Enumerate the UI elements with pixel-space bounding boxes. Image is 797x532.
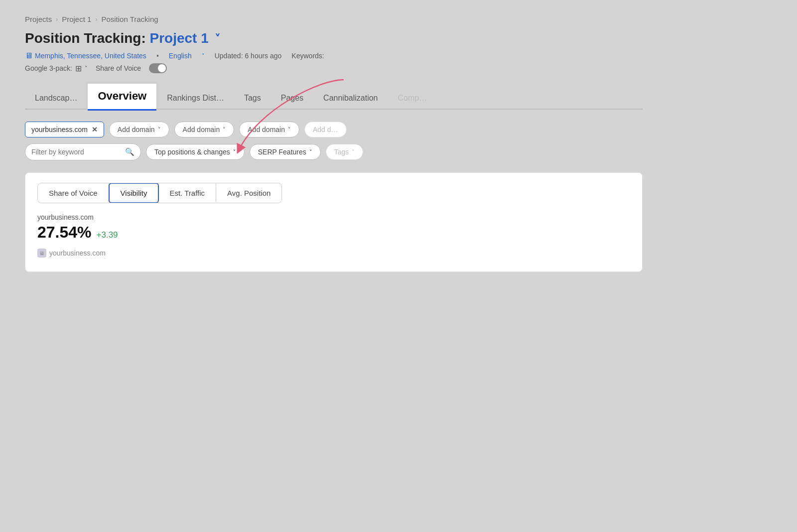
metric-tabs: Share of Voice Visibility Est. Traffic A… <box>37 183 282 203</box>
add-domain-button-3[interactable]: Add domain ˅ <box>239 122 299 137</box>
metric-tabs-row: Share of Voice Visibility Est. Traffic A… <box>37 183 630 203</box>
add-domain-label-4: Add d… <box>313 126 338 133</box>
location-link[interactable]: 🖥 Memphis, Tennessee, United States <box>25 51 146 60</box>
add-domain-arrow-2: ˅ <box>223 127 226 133</box>
page-title-static: Position Tracking: <box>25 30 146 46</box>
breadcrumb-position-tracking: Position Tracking <box>101 15 158 23</box>
serp-filter-dropdown[interactable]: SERP Features ˅ <box>250 144 321 160</box>
keywords-text: Keywords: <box>291 52 324 60</box>
add-domain-label-1: Add domain <box>118 126 155 133</box>
remove-domain-button[interactable]: ✕ <box>92 126 98 133</box>
location-text[interactable]: Memphis, Tennessee, United States <box>35 52 146 60</box>
tab-tags[interactable]: Tags <box>234 88 271 109</box>
google-pack-dropdown[interactable]: ˅ <box>85 65 88 72</box>
language-dropdown-icon[interactable]: ˅ <box>202 53 205 59</box>
domain-small-icon: 🖥 <box>37 249 46 258</box>
stat-percent: 27.54% <box>37 223 92 242</box>
data-card: Share of Voice Visibility Est. Traffic A… <box>25 172 643 272</box>
add-domain-button-2[interactable]: Add domain ˅ <box>174 122 235 137</box>
metric-tab-avg-position[interactable]: Avg. Position <box>216 184 281 202</box>
filter-row: 🔍 Top positions & changes ˅ SERP Feature… <box>25 143 643 160</box>
breadcrumb-chevron-2: › <box>95 16 97 23</box>
domain-row: yourbusiness.com ✕ Add domain ˅ Add doma… <box>25 122 643 137</box>
positions-filter-label: Top positions & changes <box>154 148 230 156</box>
primary-domain-tag: yourbusiness.com ✕ <box>25 122 104 137</box>
metric-tab-visibility[interactable]: Visibility <box>109 183 159 203</box>
add-domain-label-3: Add domain <box>248 126 285 133</box>
tab-comp[interactable]: Comp… <box>388 88 437 109</box>
stat-value-row: 27.54% +3.39 <box>37 223 630 242</box>
add-domain-button-4[interactable]: Add d… <box>304 122 347 137</box>
google-pack-section: Google 3-pack: ⊞ ˅ <box>25 64 88 73</box>
sov-label: Share of Voice <box>96 64 141 72</box>
breadcrumb: Projects › Project 1 › Position Tracking <box>25 15 643 23</box>
tab-overview[interactable]: Overview <box>87 83 157 110</box>
serp-filter-label: SERP Features <box>258 148 306 156</box>
positions-dropdown-arrow: ˅ <box>233 149 236 155</box>
tab-rankings-dist[interactable]: Rankings Dist… <box>157 88 234 109</box>
tab-cannibalization[interactable]: Cannibalization <box>313 88 388 109</box>
language-link[interactable]: English <box>169 52 192 60</box>
meta-row-2: Google 3-pack: ⊞ ˅ Share of Voice <box>25 63 643 73</box>
tab-pages[interactable]: Pages <box>271 88 313 109</box>
tags-filter-label: Tags <box>334 148 349 156</box>
tags-filter-dropdown[interactable]: Tags ˅ <box>326 144 364 160</box>
positions-filter-dropdown[interactable]: Top positions & changes ˅ <box>146 144 245 160</box>
meta-row-1: 🖥 Memphis, Tennessee, United States • En… <box>25 51 643 60</box>
google-pack-label: Google 3-pack: <box>25 64 72 72</box>
tab-landscape[interactable]: Landscap… <box>25 88 87 109</box>
breadcrumb-projects[interactable]: Projects <box>25 15 52 23</box>
project-name-link[interactable]: Project 1 <box>149 30 208 46</box>
primary-domain-text: yourbusiness.com <box>31 126 88 133</box>
updated-text: Updated: 6 hours ago <box>215 52 282 60</box>
domain-bottom-label: yourbusiness.com <box>49 249 106 257</box>
stat-change: +3.39 <box>97 230 118 240</box>
metric-tab-traffic[interactable]: Est. Traffic <box>158 184 216 202</box>
keyword-filter-input[interactable] <box>31 148 121 156</box>
tags-dropdown-arrow: ˅ <box>352 149 355 155</box>
add-domain-arrow-1: ˅ <box>158 127 161 133</box>
serp-dropdown-arrow: ˅ <box>309 149 312 155</box>
google-pack-icon: ⊞ <box>75 64 82 73</box>
domain-label-row: 🖥 yourbusiness.com <box>37 249 630 258</box>
add-domain-label-2: Add domain <box>183 126 220 133</box>
separator: • <box>156 52 159 60</box>
domain-stat-label: yourbusiness.com <box>37 213 630 221</box>
monitor-icon: 🖥 <box>25 51 33 60</box>
breadcrumb-project1[interactable]: Project 1 <box>62 15 91 23</box>
page-title: Position Tracking: Project 1 ˅ <box>25 30 643 46</box>
search-icon: 🔍 <box>125 147 134 156</box>
nav-tabs-bar: Landscap… Overview Rankings Dist… Tags P… <box>25 83 643 110</box>
metric-tab-sov[interactable]: Share of Voice <box>38 184 109 202</box>
keyword-filter-wrap: 🔍 <box>25 143 141 160</box>
add-domain-button-1[interactable]: Add domain ˅ <box>109 122 169 137</box>
add-domain-arrow-3: ˅ <box>288 127 291 133</box>
project-dropdown-arrow[interactable]: ˅ <box>215 33 220 45</box>
sov-toggle[interactable] <box>149 63 167 73</box>
breadcrumb-chevron-1: › <box>56 16 58 23</box>
